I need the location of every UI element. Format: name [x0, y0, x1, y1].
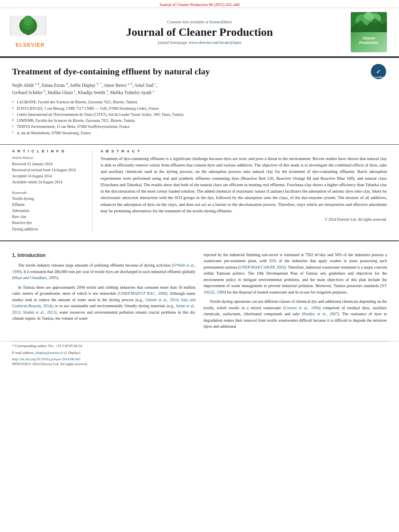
body-content: 1. Introduction The textile industry rel…	[0, 246, 399, 339]
ref-nt[interactable]: NT 106,02, 1989	[204, 283, 387, 294]
revised-date: Received in revised form 14 August 2014	[12, 167, 86, 173]
affiliation-b: b EOST-LHYGES, 1 rue Blessig, UMR 7517 C…	[12, 106, 387, 111]
ref-unep2[interactable]: UNEP/MAP/CAR/PP, 2002	[240, 265, 285, 269]
keywords-label: Keywords:	[12, 191, 86, 195]
affiliation-c: c Centre International de l'Environnemen…	[12, 112, 387, 117]
footnote-divider	[12, 341, 387, 342]
crossmark-badge: ✓ CrossMark	[371, 64, 387, 80]
svg-text:✓: ✓	[376, 68, 381, 75]
abstract-header: A B S T R A C T	[101, 149, 387, 153]
issn-line: 0959-6526/© 2014 Elsevier Ltd. All right…	[12, 362, 387, 366]
article-section: ✓ CrossMark Treatment of dye-containing …	[0, 58, 399, 144]
homepage-link[interactable]: www.elsevier.com/locate/jclepro	[189, 40, 241, 45]
ref-maas[interactable]: Maas and Chaudhari, 2005	[13, 275, 57, 280]
top-bar: Journal of Cleaner Production 86 (2015) …	[0, 0, 399, 8]
email-link[interactable]: jduplay@unistra.fr	[35, 351, 63, 355]
doi-link[interactable]: http://dx.doi.org/10.1016/j.jclepro.2014…	[12, 357, 80, 361]
keywords-block: Keywords: Textile dyeing Effluent Adsorp…	[12, 191, 86, 232]
copyright-notice: © 2014 Elsevier Ltd. All rights reserved…	[101, 218, 387, 222]
homepage-line: journal homepage: www.elsevier.com/locat…	[52, 40, 347, 45]
article-info-column: A R T I C L E I N F O Article history: R…	[12, 149, 93, 232]
footnote-section: * Corresponding author. Tel.: +33 3 68 8…	[0, 341, 399, 366]
body-right-column: rejected by the industrial finishing sub…	[204, 252, 387, 333]
ref-ozturk[interactable]: Ozturk et al., 2014	[146, 298, 178, 302]
ref-unep1[interactable]: UNEP/MAP/CP RAC, 2006	[119, 291, 166, 296]
ref-shahid[interactable]: Shahid et al., 2013	[23, 310, 55, 314]
science-direct-line: Contents lists available at ScienceDirec…	[52, 20, 347, 24]
elsevier-logo	[10, 16, 50, 41]
journal-header: ELSEVIER Contents lists available at Sci…	[0, 8, 399, 57]
intro-para-1: The textile industry releases large amou…	[12, 262, 195, 281]
affiliation-f: f 4, rue de Marlenheim, 67000 Strasbourg…	[12, 130, 387, 136]
journal-cover-text: Cleaner Production	[352, 35, 385, 46]
elsevier-tree-image	[10, 16, 46, 35]
article-info-header: A R T I C L E I N F O	[12, 149, 86, 153]
affiliation-d: d LPMNMH, Faculté des Sciences de Bizert…	[12, 118, 387, 123]
svg-text:CrossMark: CrossMark	[372, 76, 385, 78]
email-note: E-mail address: jduplay@unistra.fr (J. D…	[12, 350, 387, 356]
journal-title: Journal of Cleaner Production	[52, 26, 347, 39]
accepted-date: Accepted 14 August 2014	[12, 173, 86, 179]
crossmark-icon: ✓ CrossMark	[371, 64, 386, 79]
doi-line: http://dx.doi.org/10.1016/j.jclepro.2014…	[12, 357, 387, 361]
authors-line: Nejib Abidi a, b, Emna Errais d, Joëlle …	[12, 82, 387, 97]
abstract-text: Treatment of dye-containing effluents is…	[101, 156, 387, 214]
journal-citation: Journal of Cleaner Production 86 (2015) …	[159, 2, 239, 7]
article-title: Treatment of dye-containing effluent by …	[12, 66, 387, 78]
intro-para-2: In Tunisia there are approximately 2094 …	[12, 284, 195, 322]
body-left-column: 1. Introduction The textile industry rel…	[12, 252, 195, 333]
introduction-title: 1. Introduction	[12, 252, 195, 259]
svg-point-9	[364, 12, 374, 20]
body-separator	[0, 240, 399, 242]
intro-para-3: rejected by the industrial finishing sub…	[204, 252, 387, 296]
ref-correia[interactable]: Correia et al., 1994	[285, 306, 319, 310]
journal-center-block: Contents lists available at ScienceDirec…	[52, 20, 347, 45]
journal-cover: Cleaner Production	[351, 12, 387, 52]
keyword-3: Adsorption	[12, 208, 86, 214]
svg-point-4	[24, 16, 32, 26]
keyword-2: Effluent	[12, 202, 86, 208]
corresponding-author-note: * Corresponding author. Tel.: +33 3 68 8…	[12, 343, 387, 349]
science-direct-link[interactable]: ScienceDirect	[209, 20, 232, 24]
elsevier-logo-area: ELSEVIER	[8, 16, 52, 48]
ref-pandey[interactable]: Pandey et al., 2007	[303, 312, 337, 316]
keyword-5: Reactive dye	[12, 220, 86, 226]
abstract-column: A B S T R A C T Treatment of dye-contain…	[101, 149, 387, 232]
journal-cover-image: Cleaner Production	[347, 12, 391, 52]
elsevier-wordmark: ELSEVIER	[16, 42, 45, 48]
article-history-block: Article history: Received 31 January 201…	[12, 156, 86, 186]
affiliation-a: a LACReSNE, Faculté des Sciences de Bize…	[12, 99, 387, 105]
available-online-date: Available online 24 August 2014	[12, 179, 86, 185]
history-label: Article history:	[12, 156, 86, 160]
ref-oneill[interactable]: O'Neill et al., 1999	[12, 263, 195, 274]
affiliation-e: e TERIVA Environnement, 15 rue Beltz, 67…	[12, 124, 387, 129]
affiliations-block: a LACReSNE, Faculté des Sciences de Bize…	[12, 99, 387, 136]
keyword-4: Raw clay	[12, 214, 86, 220]
received-date: Received 31 January 2014	[12, 161, 86, 167]
article-info-abstract: A R T I C L E I N F O Article history: R…	[0, 144, 399, 236]
intro-para-4: Textile dyeing operations can use differ…	[204, 298, 387, 330]
keyword-1: Textile dyeing	[12, 196, 86, 202]
keyword-6: Dyeing additives	[12, 226, 86, 232]
